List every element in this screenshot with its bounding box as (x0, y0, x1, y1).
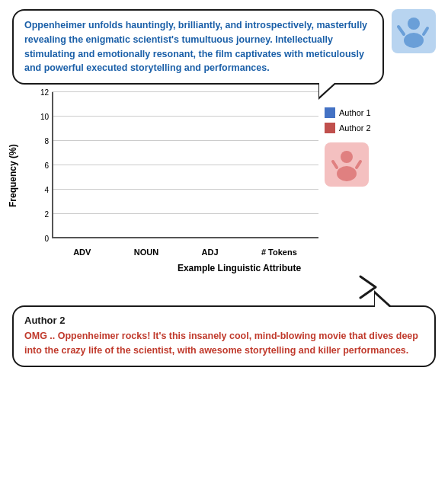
legend-box-author1 (325, 107, 335, 118)
grid-label-6: 6 (30, 161, 49, 170)
author2-person-icon (328, 146, 365, 183)
author1-person-icon (395, 13, 432, 50)
grid-label-12: 12 (30, 88, 49, 97)
grid-label-4: 4 (30, 186, 49, 194)
chart-legend: Author 1 Author 2 (325, 107, 371, 133)
svg-line-7 (357, 161, 360, 168)
grid-label-10: 10 (30, 113, 49, 121)
x-label-noun: NOUN (134, 248, 158, 257)
author2-section: Author 2 OMG .. Oppenheimer rocks! It's … (0, 299, 448, 379)
x-axis-title: Example Linguistic Attribute (38, 263, 440, 273)
author2-bubble: Author 2 OMG .. Oppenheimer rocks! It's … (12, 305, 436, 367)
legend-and-avatar: Author 1 Author 2 (325, 107, 371, 187)
svg-point-4 (341, 151, 353, 163)
author1-bubble-text: Oppenheimer unfolds hauntingly, brillian… (24, 20, 367, 73)
x-axis-labels: ADV NOUN ADJ # Tokens (52, 248, 318, 257)
grid-label-0: 0 (30, 235, 49, 243)
grid-label-8: 8 (30, 137, 49, 145)
svg-line-3 (424, 28, 427, 34)
author1-avatar (392, 9, 436, 53)
author2-bubble-label: Author 2 (24, 315, 424, 326)
legend-item-author1: Author 1 (325, 107, 371, 118)
y-axis-label: Frequency (%) (8, 100, 18, 252)
svg-point-5 (337, 166, 357, 181)
legend-label-author1: Author 1 (339, 108, 371, 117)
svg-point-0 (408, 18, 420, 30)
author2-bubble-text: OMG .. Oppenheimer rocks! It's this insa… (24, 331, 418, 356)
x-label-adv: ADV (73, 248, 91, 257)
grid-label-2: 2 (30, 210, 49, 219)
x-label-tokens: # Tokens (261, 248, 297, 257)
chart-area: 12 10 8 6 4 2 0 (29, 92, 318, 260)
chart-section: Frequency (%) 12 10 8 6 4 (0, 85, 448, 273)
svg-point-1 (404, 33, 424, 48)
author1-bubble: Oppenheimer unfolds hauntingly, brillian… (12, 9, 384, 85)
legend-item-author2: Author 2 (325, 123, 371, 133)
svg-line-2 (398, 27, 404, 34)
bars-container (52, 92, 318, 238)
author1-section: Oppenheimer unfolds hauntingly, brillian… (0, 0, 448, 85)
legend-box-author2 (325, 123, 335, 133)
svg-line-6 (333, 161, 337, 168)
legend-label-author2: Author 2 (339, 123, 371, 133)
chart-row: Frequency (%) 12 10 8 6 4 (8, 92, 440, 260)
x-label-adj: ADJ (202, 248, 219, 257)
author2-avatar (325, 142, 369, 187)
